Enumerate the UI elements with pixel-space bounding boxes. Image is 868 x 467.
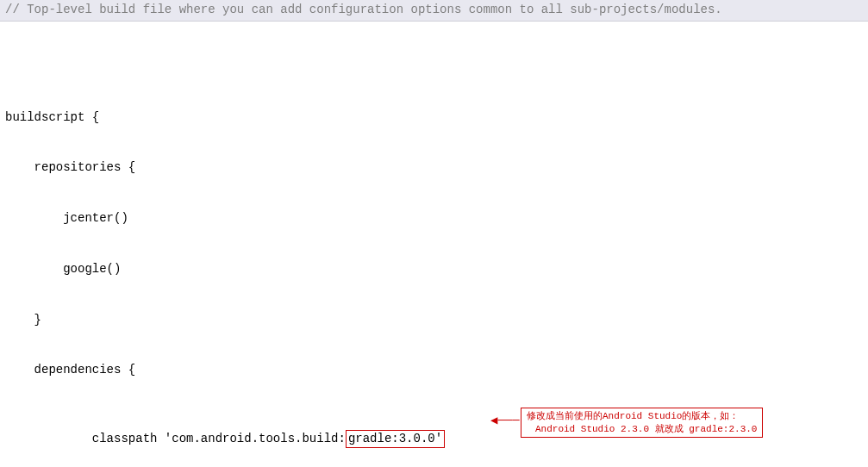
code-line: google() (5, 261, 863, 278)
code-line: repositories { (5, 159, 863, 177)
gradle-version-highlight: gradle:3.0.0' (346, 430, 445, 449)
blank-line (5, 59, 863, 76)
classpath-prefix: classpath 'com.android.tools.build: (34, 432, 346, 445)
annotation-text-line2: Android Studio 2.3.0 就改成 gradle:2.3.0 (527, 423, 757, 435)
code-line: jcenter() (5, 210, 863, 227)
annotation-arrow-icon: ◀─── (490, 413, 520, 430)
annotation-callout: 修改成当前使用的Android Studio的版本，如： Android Stu… (521, 408, 763, 438)
code-editor-content: buildscript { repositories { jcenter() g… (0, 22, 868, 467)
annotation-text-line1: 修改成当前使用的Android Studio的版本，如： (527, 410, 757, 422)
code-line: } (5, 312, 863, 329)
code-line: dependencies { (5, 362, 863, 379)
code-line: buildscript { (5, 109, 863, 127)
code-line-classpath: classpath 'com.android.tools.build:gradl… (5, 413, 863, 467)
file-header-comment: // Top-level build file where you can ad… (0, 0, 868, 22)
